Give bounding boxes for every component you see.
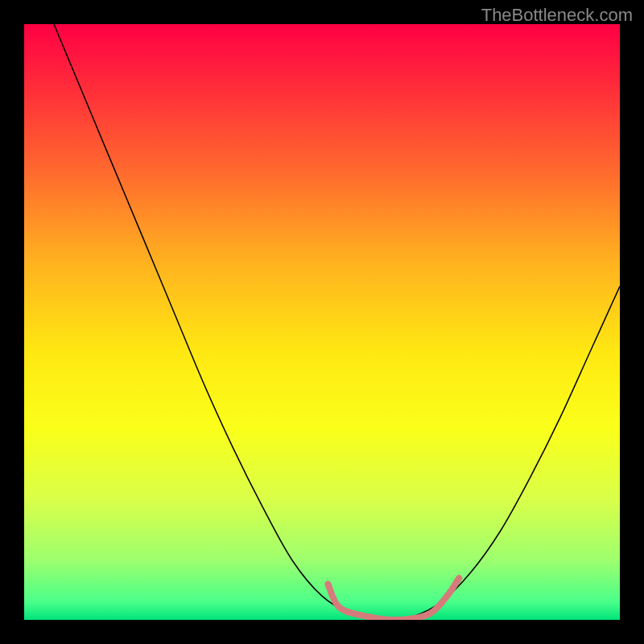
watermark-text: TheBottleneck.com	[481, 5, 633, 26]
gradient-background	[24, 24, 620, 620]
bottleneck-chart	[24, 24, 620, 620]
chart-area	[24, 24, 620, 620]
